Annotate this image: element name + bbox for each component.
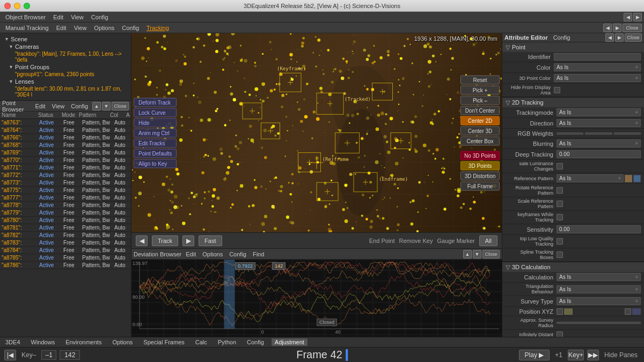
pos-x-btn[interactable] bbox=[564, 308, 573, 315]
sate-lum-checkbox[interactable] bbox=[557, 163, 563, 169]
current-frame-input[interactable] bbox=[60, 350, 80, 360]
attr-nav-prev[interactable]: ◀ bbox=[605, 33, 614, 42]
cameras-node[interactable]: ▼ Cameras bbox=[2, 43, 129, 50]
point-list-row[interactable]: "a8779": Active Free Pattern, Bw Auto bbox=[0, 209, 131, 217]
dev-nav-down[interactable]: ▼ bbox=[473, 250, 481, 258]
anim-ctrl-btn[interactable]: Anim mg Ctrl bbox=[134, 128, 177, 137]
identifier-value[interactable] bbox=[554, 53, 641, 61]
3d-distortion-btn[interactable]: 3D Distortion bbox=[460, 171, 500, 180]
nav-prev[interactable]: ◀ bbox=[624, 13, 632, 21]
point-list[interactable]: "a8763": Active Free Pattern, Bw Auto "a… bbox=[0, 119, 131, 337]
tab-adjustment[interactable]: Adjustment bbox=[272, 338, 308, 346]
track-btn[interactable]: Track bbox=[152, 235, 178, 246]
point-list-row[interactable]: "a8777": Active Free Pattern, Bw Auto bbox=[0, 194, 131, 202]
sensitivity-value[interactable]: 0.00 bbox=[557, 225, 641, 233]
lenses-node[interactable]: ▼ Lenses bbox=[2, 78, 129, 85]
point-list-row[interactable]: "a8763": Active Free Pattern, Bw Auto bbox=[0, 119, 131, 127]
tracking-nav-prev[interactable]: ◀ bbox=[603, 24, 612, 32]
pb-menu-edit[interactable]: Edit bbox=[33, 103, 48, 109]
pos-x-checkbox[interactable] bbox=[557, 308, 563, 315]
rgb-r-value[interactable] bbox=[557, 132, 583, 135]
scene-root[interactable]: ▼ Scene bbox=[2, 35, 129, 43]
align-to-key-btn[interactable]: Align to Key bbox=[134, 159, 177, 168]
fast-btn[interactable]: Fast bbox=[199, 235, 222, 246]
rgb-b-value[interactable] bbox=[614, 132, 641, 135]
blurring-value[interactable]: As Is ≡ bbox=[557, 139, 641, 147]
pb-nav-up[interactable]: ▲ bbox=[92, 102, 101, 110]
survey-type-value[interactable]: As Is ≡ bbox=[557, 297, 641, 305]
3d-points-btn[interactable]: 3D Points bbox=[460, 161, 500, 170]
point-list-row[interactable]: "a8785": Active Free Pattern, Bw Auto bbox=[0, 254, 131, 262]
viewport[interactable]: 1936 x 1288, [MAIN], 30.00 mm Deform Tra… bbox=[131, 33, 502, 232]
menu-edit[interactable]: Edit bbox=[50, 13, 67, 21]
pick-plus-btn[interactable]: Pick + bbox=[460, 85, 500, 94]
point-defaults-btn[interactable]: Point Defaults bbox=[134, 149, 177, 158]
hide-btn[interactable]: Hide bbox=[134, 118, 177, 127]
rgb-g-value[interactable] bbox=[585, 132, 612, 135]
point-list-row[interactable]: "a8764": Active Free Pattern, Bw Auto bbox=[0, 127, 131, 134]
tab-environments[interactable]: Environments bbox=[62, 338, 105, 346]
point-list-row[interactable]: "a8769": Active Free Pattern, Bw Auto bbox=[0, 149, 131, 157]
point-list-row[interactable]: "a8783": Active Free Pattern, Bw Auto bbox=[0, 239, 131, 247]
tracking-2d-header[interactable]: ▽ 2D Tracking bbox=[502, 98, 644, 107]
approx-survey-value[interactable] bbox=[557, 322, 641, 324]
triangulation-value[interactable]: As Is ≡ bbox=[557, 285, 641, 293]
maximize-traffic-light[interactable] bbox=[24, 3, 30, 9]
go-to-start-btn[interactable]: |◀ bbox=[4, 350, 16, 360]
point-list-row[interactable]: "a8780": Active Free Pattern, Bw Auto bbox=[0, 217, 131, 224]
reset-btn[interactable]: Reset bbox=[460, 75, 500, 84]
point-list-row[interactable]: "a8781": Active Free Pattern, Bw Auto bbox=[0, 224, 131, 232]
low-quality-checkbox[interactable] bbox=[557, 238, 563, 245]
deviation-chart[interactable]: 135.97 80.00 0.00 0 40 0.7922 142 Closed bbox=[131, 260, 502, 337]
menu-object-browser[interactable]: Object Browser bbox=[2, 13, 49, 21]
scale-ref-checkbox[interactable] bbox=[557, 201, 563, 207]
center-3d-btn[interactable]: Center 3D bbox=[460, 126, 500, 135]
hide-display-checkbox[interactable] bbox=[554, 87, 560, 93]
dont-center-btn[interactable]: Don't Center bbox=[460, 106, 500, 115]
calculation-value[interactable]: As Is ≡ bbox=[557, 273, 641, 281]
dev-config[interactable]: Config bbox=[227, 251, 248, 257]
ref-pattern-value[interactable]: As Is ≡ bbox=[557, 174, 624, 182]
tab-calc[interactable]: Calc bbox=[192, 338, 210, 346]
point-group-entry[interactable]: "pgroup#1": Camera, 2360 points bbox=[2, 71, 129, 78]
spline-boxes-checkbox[interactable] bbox=[557, 252, 563, 258]
center-box-btn[interactable]: Center Box bbox=[460, 136, 500, 145]
attr-close[interactable]: Close bbox=[625, 33, 642, 42]
tab-windows[interactable]: Windows bbox=[28, 338, 58, 346]
play-btn[interactable]: Play ▶ bbox=[519, 350, 550, 360]
dev-options[interactable]: Options bbox=[200, 251, 225, 257]
menu-manual-tracking[interactable]: Manual Tracking bbox=[2, 24, 52, 32]
pos-z-checkbox[interactable] bbox=[625, 308, 631, 315]
point-list-row[interactable]: "a8784": Active Free Pattern, Bw Auto bbox=[0, 247, 131, 254]
deform-track-btn[interactable]: Deform Track bbox=[134, 98, 177, 107]
trackingmode-value[interactable]: As Is ≡ bbox=[557, 108, 641, 116]
attr-config-tab[interactable]: Config bbox=[550, 34, 574, 41]
all-btn[interactable]: All bbox=[479, 235, 497, 246]
minimize-traffic-light[interactable] bbox=[14, 3, 20, 9]
key-plus-btn[interactable]: Key+ bbox=[568, 350, 584, 360]
point-list-row[interactable]: "a8786": Active Free Pattern, Bw Auto bbox=[0, 262, 131, 269]
pick-minus-btn[interactable]: Pick – bbox=[460, 95, 500, 105]
center-2d-btn[interactable]: Center 2D bbox=[460, 116, 500, 125]
lock-curve-btn[interactable]: Lock Curve bbox=[134, 108, 177, 117]
deep-tracking-value[interactable]: 0.00 bbox=[557, 150, 641, 158]
menu-tracking-active[interactable]: Tracking bbox=[143, 24, 172, 32]
lens-entry[interactable]: "default lens": 30.00 mm, 2.81 cm x 1.87… bbox=[2, 85, 129, 98]
point-list-row[interactable]: "a8770": Active Free Pattern, Bw Auto bbox=[0, 157, 131, 164]
rotate-ref-checkbox[interactable] bbox=[557, 187, 563, 194]
menu-config[interactable]: Config bbox=[88, 13, 112, 21]
menu-view[interactable]: View bbox=[68, 13, 87, 21]
point-list-row[interactable]: "a8766": Active Free Pattern, Bw Auto bbox=[0, 134, 131, 142]
frame-step-input[interactable] bbox=[41, 350, 56, 360]
point-section-header[interactable]: ▽ Point bbox=[502, 42, 644, 52]
playback-next[interactable]: ▶ bbox=[182, 235, 194, 246]
point-list-row[interactable]: "a8773": Active Free Pattern, Bw Auto bbox=[0, 179, 131, 187]
no-3d-points-btn[interactable]: No 3D Points bbox=[460, 151, 500, 160]
fast-fwd-btn[interactable]: ▶▶ bbox=[587, 350, 599, 360]
3d-color-value[interactable]: As Is ≡ bbox=[554, 74, 641, 82]
point-list-row[interactable]: "a8771": Active Free Pattern, Bw Auto bbox=[0, 164, 131, 172]
dev-nav-up[interactable]: ▲ bbox=[463, 250, 472, 258]
attr-nav-next[interactable]: ▶ bbox=[615, 33, 624, 42]
pb-menu-view[interactable]: View bbox=[50, 103, 67, 109]
playback-prev[interactable]: ◀ bbox=[136, 235, 148, 246]
